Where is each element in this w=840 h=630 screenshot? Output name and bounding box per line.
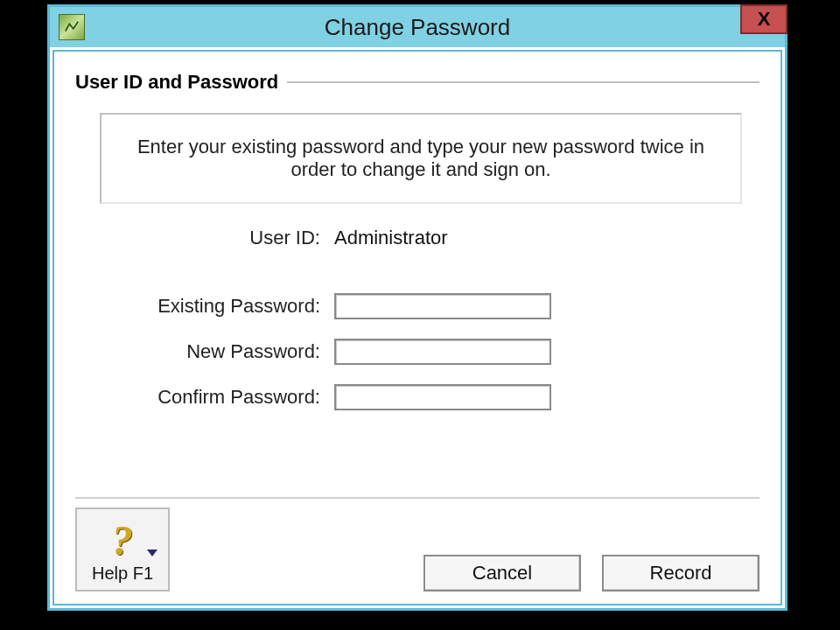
value-user-id: Administrator — [334, 227, 448, 249]
group-title: User ID and Password — [75, 71, 287, 94]
cancel-button[interactable]: Cancel — [424, 555, 581, 592]
form-area: User ID: Administrator Existing Password… — [75, 227, 760, 410]
instruction-text: Enter your existing password and type yo… — [137, 136, 704, 180]
record-button-label: Record — [650, 562, 712, 584]
titlebar: Change Password X — [50, 7, 785, 47]
label-user-id: User ID: — [75, 227, 334, 249]
change-password-window: Change Password X User ID and Password E… — [47, 4, 788, 611]
label-existing-password: Existing Password: — [75, 295, 334, 318]
label-confirm-password: Confirm Password: — [75, 386, 334, 409]
row-new-password: New Password: — [75, 339, 760, 365]
client-area: User ID and Password Enter your existing… — [52, 50, 782, 606]
window-title: Change Password — [50, 14, 785, 41]
action-buttons: Cancel Record — [424, 555, 760, 592]
instruction-box: Enter your existing password and type yo… — [100, 113, 742, 204]
group-divider — [287, 81, 760, 83]
new-password-input[interactable] — [334, 339, 551, 365]
close-icon: X — [758, 8, 771, 31]
existing-password-input[interactable] — [334, 293, 551, 319]
bottom-divider — [75, 497, 760, 499]
confirm-password-input[interactable] — [334, 384, 551, 410]
label-new-password: New Password: — [75, 340, 334, 363]
help-button[interactable]: ? Help F1 — [75, 508, 170, 592]
row-confirm-password: Confirm Password: — [75, 384, 760, 410]
row-user-id: User ID: Administrator — [75, 227, 760, 249]
row-existing-password: Existing Password: — [75, 293, 760, 319]
cancel-button-label: Cancel — [472, 562, 532, 584]
app-icon — [59, 14, 85, 40]
group-header: User ID and Password — [75, 71, 760, 94]
question-mark-icon: ? — [112, 522, 133, 560]
record-button[interactable]: Record — [602, 555, 760, 592]
bottom-bar: ? Help F1 Cancel Record — [75, 497, 760, 592]
dropdown-arrow-icon — [147, 550, 158, 556]
close-button[interactable]: X — [740, 4, 788, 34]
help-button-label: Help F1 — [92, 564, 153, 584]
